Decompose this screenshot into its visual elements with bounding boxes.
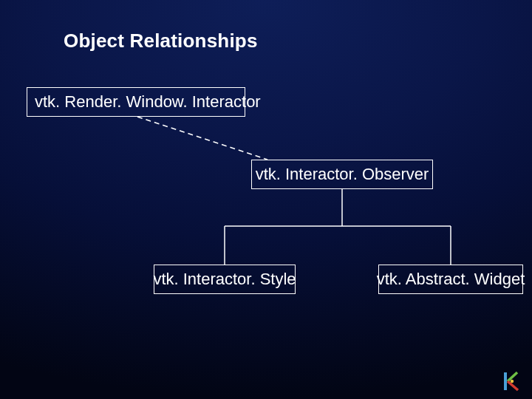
node-render-window-interactor: vtk. Render. Window. Interactor (27, 87, 245, 117)
connectors (0, 0, 532, 399)
slide: Object Relationships vtk. Render. Window… (0, 0, 532, 399)
edge-rwi-to-io (137, 117, 267, 160)
node-interactor-style: vtk. Interactor. Style (154, 265, 296, 294)
node-interactor-observer: vtk. Interactor. Observer (251, 160, 433, 189)
slide-title: Object Relationships (64, 30, 258, 52)
svg-point-0 (511, 380, 514, 383)
node-abstract-widget: vtk. Abstract. Widget (378, 265, 523, 294)
kitware-logo-icon (502, 371, 522, 392)
